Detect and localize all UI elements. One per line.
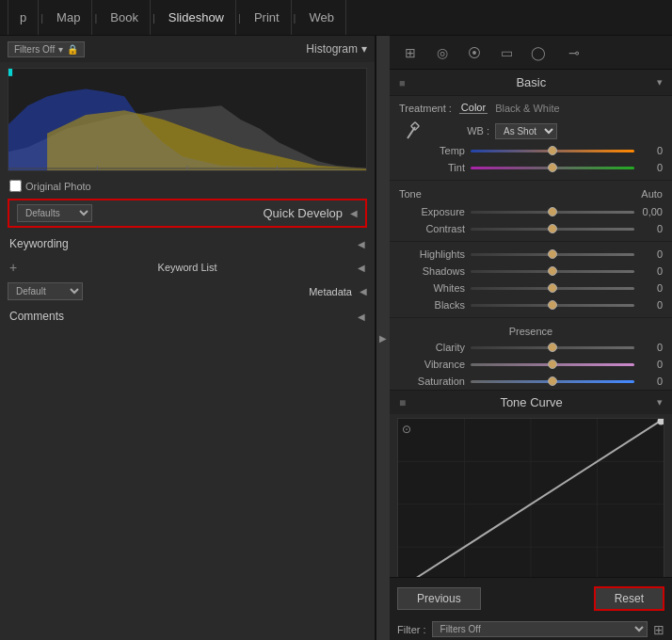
highlights-slider-row: Highlights 0 bbox=[390, 246, 672, 263]
filter-select[interactable]: Filters Off bbox=[432, 621, 648, 637]
comments-expand-icon: ◀ bbox=[358, 312, 365, 322]
blacks-slider[interactable] bbox=[471, 304, 634, 307]
comments-section[interactable]: Comments ◀ bbox=[0, 304, 375, 328]
wb-select[interactable]: As Shot bbox=[495, 123, 557, 139]
wb-row: WB : As Shot bbox=[390, 120, 672, 142]
nav-item-book[interactable]: Book bbox=[99, 0, 151, 35]
vibrance-value: 0 bbox=[640, 359, 663, 370]
filters-off-label: Filters Off bbox=[14, 44, 55, 55]
slider-tool-icon[interactable]: ⊸ bbox=[561, 40, 587, 65]
spot-tool-icon[interactable]: ⦿ bbox=[461, 40, 488, 65]
saturation-slider[interactable] bbox=[471, 380, 634, 383]
tone-curve-expand-icon: ■ bbox=[399, 396, 406, 409]
eyedropper-icon[interactable] bbox=[406, 121, 421, 140]
exposure-value: 0,00 bbox=[640, 206, 663, 217]
chevron-down-icon: ▾ bbox=[58, 44, 63, 55]
histogram-area bbox=[8, 68, 367, 171]
temp-slider[interactable] bbox=[471, 150, 634, 152]
auto-button[interactable]: Auto bbox=[641, 188, 663, 200]
basic-panel-header: ■ Basic ▾ bbox=[390, 70, 672, 96]
histogram-header: Histogram ▾ bbox=[306, 42, 367, 56]
clarity-slider[interactable] bbox=[471, 346, 634, 349]
blacks-slider-row: Blacks 0 bbox=[390, 296, 672, 313]
top-navigation: p | Map | Book | Slideshow | Print | Web bbox=[0, 0, 672, 36]
vibrance-slider[interactable] bbox=[471, 363, 634, 366]
reset-button[interactable]: Reset bbox=[594, 586, 664, 611]
vibrance-label: Vibrance bbox=[399, 359, 465, 370]
filter-icon: ⊞ bbox=[653, 622, 664, 637]
clarity-label: Clarity bbox=[399, 342, 465, 353]
exposure-slider[interactable] bbox=[471, 211, 634, 214]
svg-point-17 bbox=[658, 419, 664, 424]
keyword-list-section: + Keyword List ◀ bbox=[0, 256, 375, 279]
previous-button[interactable]: Previous bbox=[397, 587, 481, 610]
keywording-section[interactable]: Keywording ◀ bbox=[0, 232, 375, 256]
redeye-tool-icon[interactable]: ▭ bbox=[493, 40, 520, 65]
tone-curve-arrow-icon: ▾ bbox=[657, 396, 663, 408]
grid-tool-icon[interactable]: ⊞ bbox=[397, 40, 424, 65]
contrast-label: Contrast bbox=[399, 223, 465, 234]
tone-curve-target-icon[interactable]: ⊙ bbox=[402, 423, 411, 436]
panel-collapse-button[interactable]: ▶ bbox=[376, 36, 390, 640]
metadata-section: Default Metadata ◀ bbox=[0, 279, 375, 304]
right-toolbar: ⊞ ◎ ⦿ ▭ ◯ ⊸ bbox=[390, 36, 672, 70]
treatment-bw-button[interactable]: Black & White bbox=[495, 103, 559, 114]
original-photo-row: Original Photo bbox=[0, 177, 375, 195]
presence-label: Presence bbox=[390, 322, 672, 339]
whites-label: Whites bbox=[399, 282, 465, 294]
highlights-slider[interactable] bbox=[471, 253, 634, 256]
nav-item-slideshow[interactable]: Slideshow bbox=[157, 0, 236, 35]
nav-item-library[interactable]: p bbox=[8, 0, 39, 35]
lock-icon: 🔒 bbox=[67, 44, 78, 55]
highlights-value: 0 bbox=[640, 248, 663, 260]
shadows-slider[interactable] bbox=[471, 270, 634, 273]
shadows-slider-row: Shadows 0 bbox=[390, 263, 672, 280]
treatment-color-button[interactable]: Color bbox=[459, 102, 488, 114]
tone-curve-canvas: ⊙ bbox=[397, 418, 664, 577]
whites-slider[interactable] bbox=[471, 287, 634, 290]
svg-rect-9 bbox=[411, 122, 419, 130]
left-top-bar: Filters Off ▾ 🔒 Histogram ▾ bbox=[0, 36, 375, 62]
histogram-expand-icon: ▾ bbox=[361, 42, 367, 56]
quick-develop-header: Defaults Quick Develop ◀ bbox=[9, 200, 365, 226]
whites-slider-row: Whites 0 bbox=[390, 280, 672, 296]
filters-off-button[interactable]: Filters Off ▾ 🔒 bbox=[8, 41, 85, 57]
basic-panel-expand-icon: ■ bbox=[399, 77, 406, 88]
svg-rect-3 bbox=[8, 69, 12, 76]
tint-slider[interactable] bbox=[471, 167, 634, 169]
quick-develop-label: Quick Develop bbox=[92, 206, 350, 220]
tone-curve-header: ■ Tone Curve ▾ bbox=[390, 390, 672, 414]
original-photo-checkbox[interactable] bbox=[9, 180, 22, 192]
original-photo-label[interactable]: Original Photo bbox=[9, 180, 91, 192]
contrast-slider[interactable] bbox=[471, 228, 634, 231]
tone-label: Tone bbox=[399, 188, 422, 200]
wb-label: WB : bbox=[433, 125, 489, 136]
histogram-svg bbox=[8, 69, 366, 170]
shadows-value: 0 bbox=[640, 265, 663, 277]
quick-develop-section: Defaults Quick Develop ◀ bbox=[8, 199, 367, 228]
nav-item-web[interactable]: Web bbox=[297, 0, 346, 35]
clarity-slider-row: Clarity 0 bbox=[390, 339, 672, 356]
filter-label: Filter : bbox=[397, 624, 426, 635]
grad-tool-icon[interactable]: ◯ bbox=[525, 40, 552, 65]
keywording-label: Keywording bbox=[9, 237, 69, 250]
basic-panel-arrow-icon: ▾ bbox=[657, 76, 663, 88]
temp-value: 0 bbox=[640, 145, 663, 156]
temp-label: Temp bbox=[399, 145, 465, 156]
nav-item-print[interactable]: Print bbox=[243, 0, 292, 35]
blacks-value: 0 bbox=[640, 299, 663, 311]
vibrance-slider-row: Vibrance 0 bbox=[390, 356, 672, 373]
highlights-label: Highlights bbox=[399, 248, 465, 260]
defaults-select[interactable]: Defaults bbox=[17, 204, 92, 222]
saturation-slider-row: Saturation 0 bbox=[390, 373, 672, 390]
basic-panel: Treatment : Color Black & White WB : As … bbox=[390, 96, 672, 390]
contrast-slider-row: Contrast 0 bbox=[390, 220, 672, 237]
keyword-list-add-button[interactable]: + bbox=[9, 260, 17, 275]
crop-tool-icon[interactable]: ◎ bbox=[429, 40, 456, 65]
right-panel: ⊞ ◎ ⦿ ▭ ◯ ⊸ ■ Basic ▾ Treatment : Color … bbox=[390, 36, 672, 640]
comments-label: Comments bbox=[9, 310, 64, 323]
nav-item-map[interactable]: Map bbox=[45, 0, 92, 35]
temp-slider-row: Temp 0 bbox=[390, 142, 672, 159]
keywording-expand-icon: ◀ bbox=[358, 239, 365, 249]
metadata-select[interactable]: Default bbox=[8, 282, 83, 300]
